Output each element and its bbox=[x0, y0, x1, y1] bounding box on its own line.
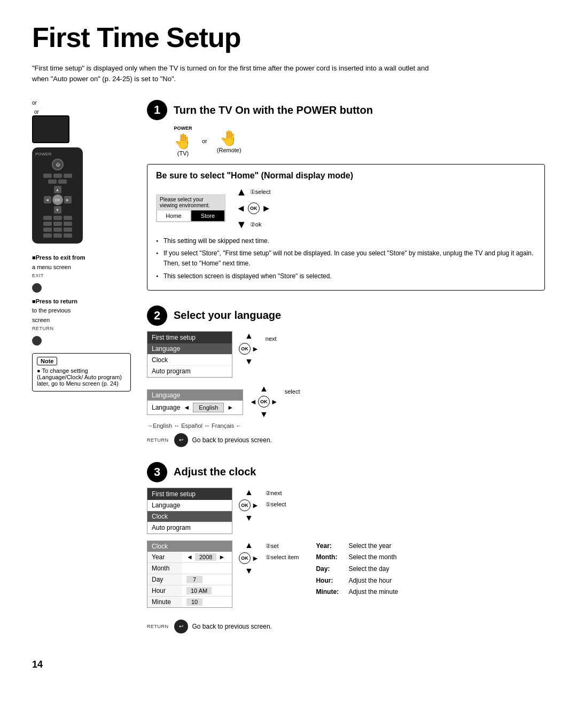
clock-controls: ▲ OK ► ▼ bbox=[239, 541, 259, 576]
step2-title: Select your language bbox=[174, 309, 281, 322]
arrow-right-3-icon: ► bbox=[271, 397, 278, 406]
exit-label: EXIT bbox=[32, 272, 44, 279]
remote-control-icon: POWER ⏻ ▲ ◄ OK ► ▼ bbox=[32, 147, 83, 244]
step3-menu-clock: Clock bbox=[147, 511, 232, 522]
arrow-left-3-icon: ◄ bbox=[249, 397, 257, 406]
lang-chain: →English ↔ Español ↔ Français ← bbox=[147, 422, 545, 429]
minute-val-cell: 10 bbox=[182, 597, 232, 607]
or-top-label: or bbox=[32, 100, 131, 106]
bullet-1: This setting will be skipped next time. bbox=[156, 236, 536, 246]
side-minute-desc: Adjust the minute bbox=[348, 586, 398, 598]
side-info-hour: Hour: Adjust the hour bbox=[316, 575, 398, 587]
lang-value: English bbox=[193, 403, 224, 412]
intro-text: "First time setup" is displayed only whe… bbox=[32, 63, 438, 84]
step1-title: Turn the TV On with the POWER button bbox=[174, 104, 373, 116]
side-day-desc: Select the day bbox=[348, 563, 389, 575]
ok-btn-2: OK bbox=[239, 343, 251, 355]
dpad-ok-icon: OK bbox=[52, 194, 63, 205]
ok-btn-clock: OK bbox=[239, 552, 251, 564]
page-title: First Time Setup bbox=[32, 21, 545, 53]
remote-bottom-row1 bbox=[35, 216, 80, 220]
step3-section: 3 Adjust the clock First time setup Lang… bbox=[147, 462, 545, 633]
lang-controls: ▲ ◄ OK ► ▼ bbox=[249, 384, 278, 419]
select-label: select bbox=[285, 384, 300, 395]
step1-section: 1 Turn the TV On with the POWER button P… bbox=[147, 100, 545, 291]
ok-controls: ▲ ①select ◄ OK ► ▼ ②ok bbox=[236, 186, 271, 231]
return-label-3: RETURN bbox=[147, 624, 169, 629]
step3-inner: First time setup Language Clock Auto pro… bbox=[147, 488, 545, 633]
month-val-cell bbox=[182, 563, 232, 574]
clock-labels: ②set ①select item bbox=[266, 541, 299, 561]
ok-row-clock: OK ► bbox=[239, 552, 259, 564]
remote-label: (Remote) bbox=[217, 147, 241, 153]
page-number: 14 bbox=[32, 659, 545, 670]
year-arrow-right-icon: ► bbox=[219, 553, 225, 561]
clock-row-day: Day 7 bbox=[147, 574, 232, 585]
hour-val-cell: 10 AM bbox=[182, 585, 232, 596]
year-arrow-left-icon: ◄ bbox=[186, 553, 193, 561]
step2-circle: 2 bbox=[147, 306, 167, 326]
lang-arrow-right-icon: ► bbox=[227, 404, 233, 411]
bullet-3: This selection screen is displayed when … bbox=[156, 271, 536, 281]
step3-menu-labels: ②next ①select bbox=[266, 488, 286, 508]
return-btn-row: RETURN bbox=[32, 325, 77, 332]
menu-item-clock: Clock bbox=[147, 355, 232, 366]
side-hour-desc: Adjust the hour bbox=[348, 575, 392, 587]
lang-label: Language bbox=[152, 404, 180, 411]
language-menu: Language Language ◄ English ► bbox=[147, 389, 243, 415]
lang-menu-row: Language Language ◄ English ► ▲ ◄ bbox=[147, 384, 545, 419]
press-return-item: ■Press to return to the previous screen … bbox=[32, 297, 131, 346]
dpad-up-2-icon: ▲ bbox=[245, 331, 253, 341]
go-back-text-2: Go back to previous screen. bbox=[192, 436, 272, 444]
side-hour-label: Hour: bbox=[316, 575, 345, 587]
press-return-sub: to the previous bbox=[32, 306, 77, 316]
exit-button-icon bbox=[32, 283, 42, 293]
return-icon-3: ↩ bbox=[174, 620, 188, 633]
note-box: Note ● To change setting (Language/Clock… bbox=[32, 353, 131, 392]
remote-bottom-row3 bbox=[35, 228, 80, 232]
bullet-2: If you select "Store", "First time setup… bbox=[156, 248, 536, 269]
viewing-env-screen: Please select your viewing environment. … bbox=[156, 194, 225, 222]
setup-menu-header: First time setup bbox=[147, 332, 232, 343]
lang-menu-row: Language ◄ English ► bbox=[147, 401, 243, 414]
dpad-down-3-icon: ▼ bbox=[260, 410, 268, 419]
power-label: POWER bbox=[35, 152, 80, 156]
press-return-sub2: screen bbox=[32, 316, 77, 325]
step1-header: 1 Turn the TV On with the POWER button bbox=[147, 100, 545, 120]
power-hand-icon: 🤚 bbox=[174, 132, 192, 150]
arrow-left-icon: ◄ bbox=[236, 203, 246, 214]
clock-row-minute: Minute 10 bbox=[147, 597, 232, 607]
clock-row-month: Month bbox=[147, 563, 232, 574]
dpad-down-small-icon: ▼ bbox=[236, 218, 247, 231]
note-title: Note bbox=[37, 358, 126, 364]
dpad-down-2-icon: ▼ bbox=[245, 357, 253, 366]
arrow-right-icon: ► bbox=[262, 203, 271, 214]
ok-row-2: OK ► bbox=[239, 343, 259, 355]
return-label-2: RETURN bbox=[147, 437, 169, 443]
next-label: next bbox=[266, 331, 277, 342]
step3-menu-header: First time setup bbox=[147, 488, 232, 500]
remote-bottom-row2 bbox=[35, 222, 80, 226]
right-column: 1 Turn the TV On with the POWER button P… bbox=[147, 100, 545, 648]
dpad-right-icon: ► bbox=[64, 196, 72, 203]
year-value: 2008 bbox=[195, 553, 216, 561]
dpad-up-3-icon: ▲ bbox=[260, 384, 268, 394]
power-buttons-row: POWER 🤚 (TV) or 🤚 (Remote) bbox=[174, 126, 545, 156]
ok-control: ◄ OK ► bbox=[236, 202, 271, 214]
minute-value: 10 bbox=[186, 598, 202, 606]
remote-labels: ■Press to exit from a menu screen EXIT ■… bbox=[32, 253, 131, 346]
set-label: ②set bbox=[266, 543, 299, 550]
step1-circle: 1 bbox=[147, 100, 167, 120]
home-mode-inner: Please select your viewing environment. … bbox=[156, 186, 536, 231]
hour-label: Hour bbox=[147, 585, 182, 596]
store-button: Store bbox=[191, 210, 225, 222]
step3-menus: First time setup Language Clock Auto pro… bbox=[147, 488, 398, 633]
lang-arrow-left-icon: ◄ bbox=[183, 404, 190, 411]
ok-circle-icon: OK bbox=[248, 202, 260, 214]
power-text: POWER bbox=[174, 126, 192, 131]
ok-row-step3: OK ► bbox=[239, 499, 259, 511]
or-mid-label: or bbox=[202, 138, 207, 144]
press-return-title: ■Press to return bbox=[32, 297, 77, 307]
month-label: Month bbox=[147, 563, 182, 574]
screen-prompt: Please select your viewing environment. bbox=[157, 195, 225, 210]
